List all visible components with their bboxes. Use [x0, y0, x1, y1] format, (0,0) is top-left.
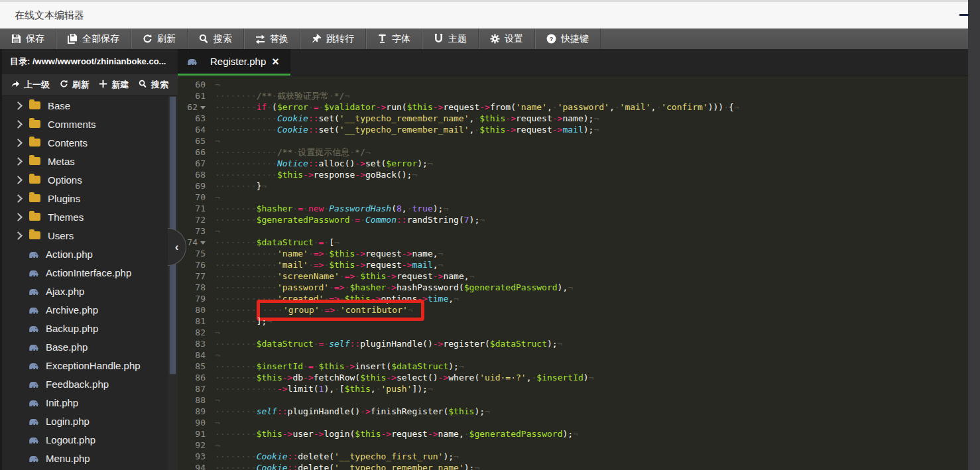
- code-line-67[interactable]: 67············Notice::alloc()->set($erro…: [178, 158, 968, 169]
- toolbar-button-跳转行[interactable]: 跳转行: [300, 29, 366, 49]
- line-number[interactable]: 82: [178, 327, 206, 338]
- line-number[interactable]: 85: [178, 361, 206, 372]
- code-line-62[interactable]: 62········if·($error·=·$validator->run($…: [178, 101, 968, 113]
- line-number[interactable]: 63: [178, 113, 206, 124]
- line-number[interactable]: 70: [178, 192, 206, 203]
- line-number[interactable]: 79: [178, 293, 206, 304]
- line-number[interactable]: 89: [178, 406, 206, 417]
- tree-file-Feedback.php[interactable]: Feedback.php: [2, 375, 168, 393]
- code-line-70[interactable]: 70¬: [178, 192, 968, 203]
- line-number[interactable]: 81: [178, 316, 206, 327]
- code-line-82[interactable]: 82¬: [178, 327, 968, 338]
- sidebar-toolbar-button-刷新[interactable]: 刷新: [60, 79, 90, 91]
- line-number[interactable]: 93: [178, 451, 206, 462]
- toolbar-button-全部保存[interactable]: 全部保存: [56, 29, 131, 49]
- tree-folder-Comments[interactable]: Comments: [2, 115, 168, 133]
- line-number[interactable]: 86: [178, 372, 206, 383]
- code-line-91[interactable]: 91········$this->user->login($this->requ…: [178, 428, 968, 440]
- code-line-75[interactable]: 75············'name'·=>·$this->request->…: [178, 248, 968, 259]
- tree-file-ExceptionHandle.php[interactable]: ExceptionHandle.php: [2, 356, 168, 375]
- line-number[interactable]: 80: [178, 304, 206, 316]
- toolbar-button-刷新[interactable]: 刷新: [131, 29, 188, 49]
- tree-folder-Contents[interactable]: Contents: [2, 133, 168, 152]
- code-line-72[interactable]: 72········$generatedPassword·=·Common::r…: [178, 214, 968, 225]
- line-number[interactable]: 62: [178, 101, 206, 113]
- line-number[interactable]: 60: [178, 79, 206, 90]
- line-number[interactable]: 66: [178, 147, 206, 158]
- toolbar-button-快捷键[interactable]: ?快捷键: [535, 29, 601, 49]
- code-line-64[interactable]: 64············Cookie::set('__typecho_rem…: [178, 124, 968, 135]
- tree-file-Backup.php[interactable]: Backup.php: [2, 319, 168, 337]
- code-line-80[interactable]: 80············'group'·=>·'contributor'¬: [178, 304, 968, 316]
- tree-file-Login.php[interactable]: Login.php: [2, 412, 168, 430]
- tree-folder-Plugins[interactable]: Plugins: [2, 189, 168, 207]
- toolbar-button-保存[interactable]: 保存: [0, 29, 56, 49]
- line-number[interactable]: 83: [178, 338, 206, 349]
- code-line-88[interactable]: 88¬: [178, 394, 968, 406]
- line-number[interactable]: 68: [178, 169, 206, 180]
- code-line-68[interactable]: 68············$this->response->goBack();…: [178, 169, 968, 180]
- line-number[interactable]: 78: [178, 282, 206, 293]
- line-number[interactable]: 61: [178, 90, 206, 101]
- code-editor[interactable]: 60¬61········/**·截获验证异常·*/¬62········if·…: [178, 76, 968, 470]
- line-number[interactable]: 69: [178, 180, 206, 192]
- code-line-60[interactable]: 60¬: [178, 79, 968, 90]
- line-number[interactable]: 72: [178, 214, 206, 225]
- code-line-84[interactable]: 84¬: [178, 349, 968, 361]
- sidebar-toolbar-button-搜索[interactable]: 搜索: [139, 79, 168, 91]
- line-number[interactable]: 92: [178, 440, 206, 451]
- code-line-73[interactable]: 73¬: [178, 225, 968, 237]
- sidebar-scrollbar-track[interactable]: [168, 96, 178, 470]
- code-line-90[interactable]: 90¬: [178, 417, 968, 428]
- line-number[interactable]: 76: [178, 259, 206, 270]
- tree-folder-Options[interactable]: Options: [2, 170, 168, 189]
- code-line-87[interactable]: 87············->limit(1),·[$this,·'push'…: [178, 383, 968, 394]
- line-number[interactable]: 91: [178, 428, 206, 440]
- tree-file-ActionInterface.php[interactable]: ActionInterface.php: [2, 263, 168, 282]
- code-line-92[interactable]: 92¬: [178, 440, 968, 451]
- line-number[interactable]: 94: [178, 462, 206, 470]
- code-line-65[interactable]: 65¬: [178, 135, 968, 147]
- toolbar-button-搜索[interactable]: 搜索: [188, 29, 244, 49]
- tree-file-Init.php[interactable]: Init.php: [2, 393, 168, 412]
- code-line-66[interactable]: 66············/**·设置提示信息·*/¬: [178, 147, 968, 158]
- tree-file-Action.php[interactable]: Action.php: [2, 245, 168, 263]
- code-line-94[interactable]: 94········Cookie::delete('__typecho_reme…: [178, 462, 968, 470]
- toolbar-button-主题[interactable]: 主题: [422, 29, 479, 49]
- code-line-76[interactable]: 76············'mail'·=>·$this->request->…: [178, 259, 968, 270]
- code-line-78[interactable]: 78············'password'·=>·$hasher->has…: [178, 282, 968, 293]
- code-line-63[interactable]: 63············Cookie::set('__typecho_rem…: [178, 113, 968, 124]
- line-number[interactable]: 71: [178, 203, 206, 214]
- sidebar-toolbar-button-上一级[interactable]: 上一级: [11, 79, 50, 91]
- code-line-93[interactable]: 93········Cookie::delete('__typecho_firs…: [178, 451, 968, 462]
- tree-folder-Metas[interactable]: Metas: [2, 152, 168, 170]
- tree-file-Base.php[interactable]: Base.php: [2, 337, 168, 356]
- toolbar-button-字体[interactable]: 字体: [366, 29, 422, 49]
- fold-arrow-icon[interactable]: [200, 241, 206, 245]
- line-number[interactable]: 87: [178, 383, 206, 394]
- tree-folder-Themes[interactable]: Themes: [2, 207, 168, 226]
- tab-close-icon[interactable]: ×: [272, 56, 279, 68]
- code-line-85[interactable]: 85········$insertId·=·$this->insert($dat…: [178, 361, 968, 372]
- code-line-74[interactable]: 74········$dataStruct·=·[¬: [178, 237, 968, 248]
- code-line-86[interactable]: 86········$this->db->fetchRow($this->sel…: [178, 372, 968, 383]
- code-line-61[interactable]: 61········/**·截获验证异常·*/¬: [178, 90, 968, 101]
- line-number[interactable]: 67: [178, 158, 206, 169]
- tree-folder-Base[interactable]: Base: [2, 96, 168, 115]
- code-line-83[interactable]: 83········$dataStruct·=·self::pluginHand…: [178, 338, 968, 349]
- code-line-89[interactable]: 89········self::pluginHandle()->finishRe…: [178, 406, 968, 417]
- line-number[interactable]: 90: [178, 417, 206, 428]
- tree-file-Archive.php[interactable]: Archive.php: [2, 300, 168, 319]
- tree-file-Ajax.php[interactable]: Ajax.php: [2, 282, 168, 300]
- line-number[interactable]: 77: [178, 270, 206, 282]
- toolbar-button-设置[interactable]: 设置: [479, 29, 535, 49]
- code-line-77[interactable]: 77············'screenName'·=>·$this->req…: [178, 270, 968, 282]
- line-number[interactable]: 88: [178, 394, 206, 406]
- tree-file-Menu.php[interactable]: Menu.php: [2, 449, 168, 467]
- line-number[interactable]: 84: [178, 349, 206, 361]
- sidebar-toolbar-button-新建[interactable]: 新建: [99, 79, 129, 91]
- toolbar-button-替换[interactable]: 替换: [244, 29, 300, 49]
- code-line-69[interactable]: 69········}¬: [178, 180, 968, 192]
- code-line-71[interactable]: 71········$hasher·=·new·PasswordHash(8,·…: [178, 203, 968, 214]
- tab-register-php[interactable]: Register.php ×: [178, 49, 290, 76]
